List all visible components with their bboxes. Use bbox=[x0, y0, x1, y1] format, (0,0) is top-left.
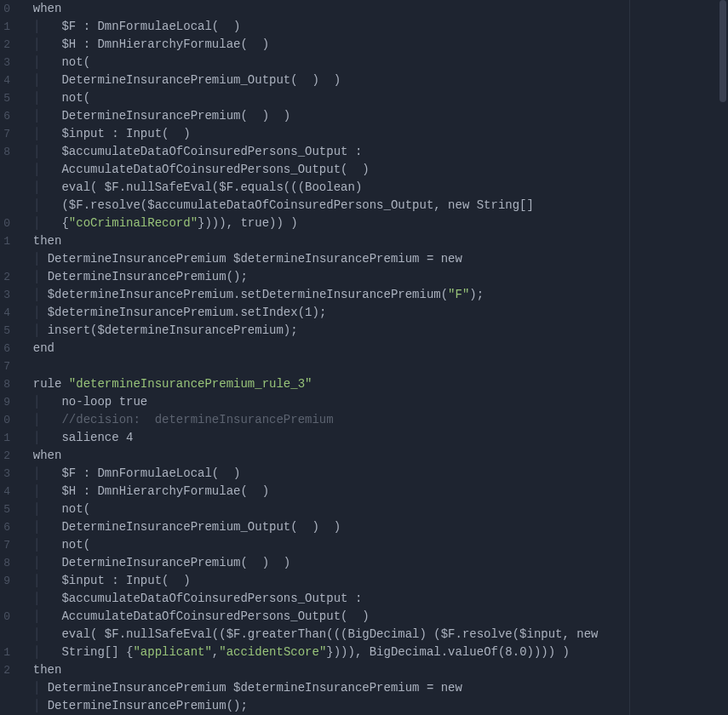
code-token: DetermineInsurancePremium( ) ) bbox=[61, 556, 290, 569]
code-line[interactable]: │ //decision: determineInsurancePremium bbox=[19, 411, 728, 429]
code-line[interactable]: │ no-loop true bbox=[19, 393, 728, 411]
line-number: 5 bbox=[0, 500, 10, 518]
code-token: salience 4 bbox=[61, 431, 133, 444]
code-line[interactable]: │ {"coCriminalRecord"}))), true)) ) bbox=[19, 214, 728, 232]
code-line[interactable]: │ eval( $F.nullSafeEval(($F.greaterThan(… bbox=[19, 626, 728, 644]
line-number: 1 bbox=[0, 429, 10, 447]
code-line[interactable]: │ $F : DmnFormulaeLocal( ) bbox=[19, 18, 728, 36]
code-token: ($F.resolve($accumulateDataOfCoinsuredPe… bbox=[61, 198, 534, 212]
code-token: $F : DmnFormulaeLocal( ) bbox=[61, 466, 240, 480]
line-number: 6 bbox=[0, 518, 10, 536]
code-line[interactable]: │ ($F.resolve($accumulateDataOfCoinsured… bbox=[19, 197, 728, 214]
code-line[interactable]: │ DetermineInsurancePremium( ) ) bbox=[19, 107, 728, 125]
line-number: 3 bbox=[0, 54, 10, 72]
indent-guide: │ bbox=[33, 556, 62, 569]
code-token: when bbox=[33, 449, 62, 462]
line-number: 9 bbox=[0, 393, 10, 411]
code-token: not( bbox=[61, 55, 90, 69]
code-area[interactable]: when │ $F : DmnFormulaeLocal( ) │ $H : D… bbox=[15, 0, 728, 715]
code-line[interactable]: │ $accumulateDataOfCoinsuredPersons_Outp… bbox=[19, 143, 728, 161]
code-line[interactable]: │ String[] {"applicant","accidentScore"}… bbox=[19, 644, 728, 661]
code-line[interactable]: │ DetermineInsurancePremium(); bbox=[19, 268, 728, 286]
code-line[interactable]: │ AccumulateDataOfCoinsuredPersons_Outpu… bbox=[19, 161, 728, 179]
indent-guide: │ bbox=[33, 645, 62, 659]
code-line[interactable]: │ not( bbox=[19, 500, 728, 518]
indent-guide: │ bbox=[33, 20, 62, 33]
code-token: end bbox=[33, 341, 54, 355]
code-line[interactable]: when bbox=[19, 447, 728, 465]
string-literal: "determineInsurancePremium_rule_3" bbox=[69, 377, 312, 391]
code-line[interactable]: when bbox=[19, 0, 728, 18]
code-line[interactable]: end bbox=[19, 340, 728, 358]
code-line[interactable]: │ $determineInsurancePremium.setIndex(1)… bbox=[19, 304, 728, 322]
indent-guide: │ bbox=[33, 699, 48, 712]
code-line[interactable]: │ $input : Input( ) bbox=[19, 572, 728, 590]
line-number: 8 bbox=[0, 143, 10, 161]
indent-guide: │ bbox=[33, 323, 48, 337]
code-line[interactable]: │ DetermineInsurancePremium_Output( ) ) bbox=[19, 72, 728, 89]
code-editor[interactable]: 01234567801234567890123456789012 when │ … bbox=[0, 0, 728, 715]
line-number: 1 bbox=[0, 644, 10, 661]
code-line[interactable]: │ $F : DmnFormulaeLocal( ) bbox=[19, 465, 728, 483]
line-number bbox=[0, 590, 10, 608]
code-line[interactable]: rule "determineInsurancePremium_rule_3" bbox=[19, 375, 728, 393]
indent-guide: │ bbox=[33, 609, 62, 623]
code-token: , bbox=[212, 645, 219, 659]
code-token: not( bbox=[61, 538, 90, 552]
code-line[interactable]: │ not( bbox=[19, 89, 728, 107]
code-token: AccumulateDataOfCoinsuredPersons_Output(… bbox=[61, 163, 369, 176]
code-line[interactable]: │ not( bbox=[19, 536, 728, 554]
code-line[interactable]: │ DetermineInsurancePremium_Output( ) ) bbox=[19, 518, 728, 536]
code-line[interactable]: │ $determineInsurancePremium.setDetermin… bbox=[19, 286, 728, 304]
code-token: DetermineInsurancePremium( ) ) bbox=[61, 109, 290, 123]
code-token: DetermineInsurancePremium(); bbox=[48, 699, 248, 712]
code-line[interactable]: then bbox=[19, 232, 728, 250]
line-number: 6 bbox=[0, 340, 10, 358]
indent-guide: │ bbox=[33, 538, 62, 552]
code-line[interactable]: │ AccumulateDataOfCoinsuredPersons_Outpu… bbox=[19, 608, 728, 626]
code-line[interactable]: │ $H : DmnHierarchyFormulae( ) bbox=[19, 483, 728, 500]
code-line[interactable]: then bbox=[19, 661, 728, 679]
code-line[interactable]: │ eval( $F.nullSafeEval($F.equals(((Bool… bbox=[19, 179, 728, 197]
line-number: 0 bbox=[0, 608, 10, 626]
code-line[interactable]: │ DetermineInsurancePremium $determineIn… bbox=[19, 679, 728, 697]
line-number: 7 bbox=[0, 125, 10, 143]
line-number bbox=[0, 197, 10, 214]
line-gutter: 01234567801234567890123456789012 bbox=[0, 0, 15, 715]
indent-guide: │ bbox=[33, 395, 62, 409]
code-line[interactable]: │ $input : Input( ) bbox=[19, 125, 728, 143]
code-token: $H : DmnHierarchyFormulae( ) bbox=[61, 484, 269, 498]
code-token: String[] { bbox=[61, 645, 133, 659]
line-number: 9 bbox=[0, 572, 10, 590]
line-number: 8 bbox=[0, 375, 10, 393]
code-line[interactable]: │ insert($determineInsurancePremium); bbox=[19, 322, 728, 340]
indent-guide: │ bbox=[33, 180, 62, 194]
code-token: { bbox=[61, 216, 68, 230]
indent-guide: │ bbox=[33, 109, 62, 123]
line-number: 4 bbox=[0, 483, 10, 500]
indent-guide: │ bbox=[33, 163, 62, 176]
code-line[interactable]: │ not( bbox=[19, 54, 728, 72]
code-line[interactable]: │ DetermineInsurancePremium(); bbox=[19, 697, 728, 715]
code-line[interactable] bbox=[19, 358, 728, 375]
code-token: DetermineInsurancePremium_Output( ) ) bbox=[61, 520, 341, 534]
line-number: 6 bbox=[0, 107, 10, 125]
code-line[interactable]: │ $H : DmnHierarchyFormulae( ) bbox=[19, 36, 728, 54]
indent-guide: │ bbox=[33, 520, 62, 534]
comment: //decision: determineInsurancePremium bbox=[61, 413, 333, 426]
code-token: $determineInsurancePremium.setDetermineI… bbox=[48, 288, 448, 301]
code-token: no-loop true bbox=[61, 395, 147, 409]
code-line[interactable]: │ salience 4 bbox=[19, 429, 728, 447]
code-line[interactable]: │ DetermineInsurancePremium( ) ) bbox=[19, 554, 728, 572]
code-line[interactable]: │ DetermineInsurancePremium $determineIn… bbox=[19, 250, 728, 268]
line-number: 7 bbox=[0, 536, 10, 554]
scrollbar-track[interactable] bbox=[718, 0, 728, 715]
code-token: }))), true)) ) bbox=[198, 216, 298, 230]
line-number: 5 bbox=[0, 89, 10, 107]
indent-guide: │ bbox=[33, 306, 48, 319]
indent-guide: │ bbox=[33, 466, 62, 480]
line-number: 1 bbox=[0, 18, 10, 36]
string-literal: "coCriminalRecord" bbox=[69, 216, 198, 230]
code-line[interactable]: │ $accumulateDataOfCoinsuredPersons_Outp… bbox=[19, 590, 728, 608]
scrollbar-thumb[interactable] bbox=[719, 0, 726, 102]
